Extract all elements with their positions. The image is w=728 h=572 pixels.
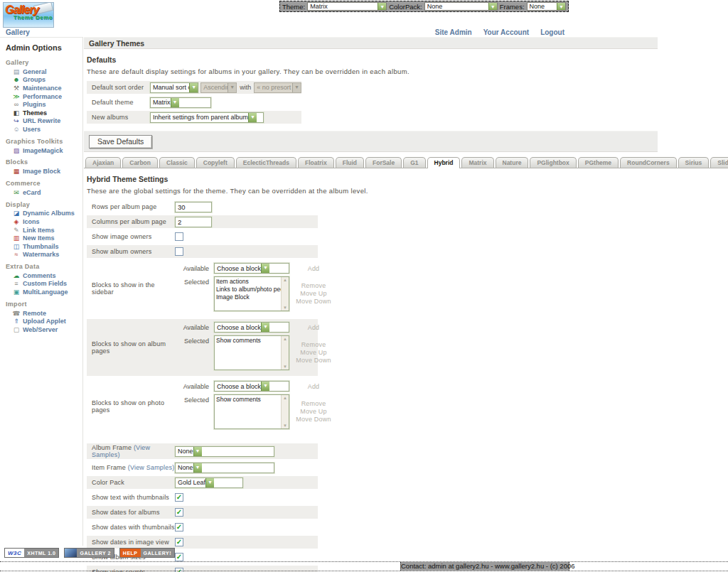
tab-matrix[interactable]: Matrix [461,157,493,168]
sidebar-item-imagemagick[interactable]: ▨ImageMagick [6,146,82,155]
view-samples-link[interactable]: (View Samples) [128,464,175,471]
sidebar-item-custom-fields[interactable]: ≡Custom Fields [6,280,82,288]
move-up-action[interactable]: Move Up [289,408,338,416]
sidebar-item-url-rewrite[interactable]: ↪URL Rewrite [6,117,82,126]
blocks-to-show-on-photo-pages-available-select[interactable]: Choose a block▼ [214,381,289,392]
tab-ajaxian[interactable]: Ajaxian [85,157,121,168]
default-theme-select[interactable]: Matrix ▼ [150,97,211,108]
tab-slider[interactable]: Slider [710,157,728,168]
tab-pgtheme[interactable]: PGtheme [578,157,619,168]
header-link-your-account[interactable]: Your Account [483,28,529,36]
remove-action[interactable]: Remove [289,341,338,349]
breadcrumb[interactable]: Gallery [6,28,30,36]
blocks-to-show-on-photo-pages-selected-list[interactable]: Show comments▲▼ [214,394,289,429]
tab-pglightbox[interactable]: PGlightbox [530,157,576,168]
scroll-down-icon[interactable]: ▼ [283,423,287,428]
add-action[interactable]: Add [289,263,338,272]
rows-per-album-page-input[interactable] [175,202,212,212]
remove-action[interactable]: Remove [289,282,338,290]
list-item[interactable]: Show comments [216,396,280,404]
sidebar-item-ecard[interactable]: ✉eCard [6,188,82,197]
sidebar-item-new-items[interactable]: ▥New Items [6,234,82,242]
gallery2-badge[interactable]: GALLERY 2 [64,548,114,558]
sidebar-item-maintenance[interactable]: ⚒Maintenance [6,84,82,92]
remove-action[interactable]: Remove [289,400,338,408]
sidebar-item-general[interactable]: ▤General [6,68,82,76]
blocks-to-show-in-the-sidebar-available-select[interactable]: Choose a block▼ [214,263,289,274]
sidebar-item-multilanguage[interactable]: ▣MultiLanguage [6,288,82,296]
tab-fluid[interactable]: Fluid [336,157,364,168]
gallery-logo[interactable]: Gallery Theme Demo [3,2,54,28]
tab-sirius[interactable]: Sirius [678,157,710,168]
show-dates-for-albums-checkbox[interactable]: ✓ [175,508,183,517]
list-item[interactable]: Item actions [216,278,280,286]
move-down-action[interactable]: Move Down [289,416,338,423]
show-dates-with-thumbnails-checkbox[interactable]: ✓ [175,523,183,531]
theme-select[interactable]: Matrix ▼ [307,2,387,11]
tab-copyleft[interactable]: Copyleft [196,157,235,168]
scroll-down-icon[interactable]: ▼ [283,306,287,310]
add-action[interactable]: Add [289,322,338,331]
columns-per-album-page-input[interactable] [175,217,212,227]
show-image-owners-checkbox[interactable] [175,232,183,241]
sidebar-item-link-items[interactable]: ✎Link Items [6,226,82,234]
list-scrollbar[interactable]: ▲▼ [281,277,289,311]
move-up-action[interactable]: Move Up [289,349,338,357]
move-down-action[interactable]: Move Down [289,298,338,306]
sidebar-item-comments[interactable]: ☁Comments [6,271,82,280]
xhtml-badge[interactable]: W3CXHTML 1.0 [4,548,59,558]
help-badge[interactable]: HELPGALLERY! [119,548,175,558]
sidebar-item-plugins[interactable]: ∞Plugins [6,100,82,109]
tab-classic[interactable]: Classic [159,157,195,168]
move-down-action[interactable]: Move Down [289,357,338,365]
new-albums-select[interactable]: Inherit settings from parent album ▼ [150,112,264,123]
sidebar-item-watermarks[interactable]: ≈Watermarks [6,251,82,259]
item-frame-select[interactable]: None▼ [175,463,274,473]
album-frame-select[interactable]: None▼ [175,446,274,457]
show-text-with-thumbnails-checkbox[interactable]: ✓ [175,493,183,502]
tab-forsale[interactable]: ForSale [365,157,402,168]
scroll-up-icon[interactable]: ▲ [283,337,287,341]
sidebar-item-icons[interactable]: ◈Icons [6,217,82,226]
sidebar-item-groups[interactable]: ☻Groups [6,76,82,85]
sidebar-item-performance[interactable]: ≫Performance [6,92,82,101]
header-link-logout[interactable]: Logout [540,28,564,36]
colorpack-select[interactable]: None ▼ [424,2,498,11]
tab-hybrid[interactable]: Hybrid [427,157,461,168]
tab-roundcorners[interactable]: RoundCorners [620,157,677,168]
sidebar-item-dynamic-albums[interactable]: ◪Dynamic Albums [6,210,82,218]
sidebar-item-upload-applet[interactable]: ⇑Upload Applet [6,317,82,325]
show-dates-in-image-view-checkbox[interactable]: ✓ [175,538,183,546]
header-link-site-admin[interactable]: Site Admin [435,28,472,36]
list-item[interactable]: Links to album/photo peers [216,286,280,293]
list-scrollbar[interactable]: ▲▼ [281,395,289,428]
sidebar-item-users[interactable]: ☺Users [6,125,82,134]
frames-select[interactable]: None ▼ [527,2,566,11]
blocks-to-show-on-album-pages-selected-list[interactable]: Show comments▲▼ [214,335,289,370]
tab-eclecticthreads[interactable]: EclecticThreads [236,157,296,168]
show-album-sizes-checkbox[interactable]: ✓ [175,553,183,561]
tab-nature[interactable]: Nature [496,157,529,168]
list-scrollbar[interactable]: ▲▼ [281,336,289,369]
scroll-up-icon[interactable]: ▲ [283,396,287,400]
save-defaults-button[interactable]: Save Defaults [89,135,152,149]
blocks-to-show-on-album-pages-available-select[interactable]: Choose a block▼ [214,322,289,333]
view-samples-link[interactable]: (View Samples) [92,444,150,458]
sidebar-item-web-server[interactable]: ▢Web/Server [6,325,82,334]
scroll-down-icon[interactable]: ▼ [283,365,287,369]
list-item[interactable]: Image Block [216,293,280,301]
list-item[interactable]: Show comments [216,337,280,345]
sidebar-item-thumbnails[interactable]: ◫Thumbnails [6,242,82,251]
sidebar-item-image-block[interactable]: ▦Image Block [6,167,82,176]
add-action[interactable]: Add [289,381,338,390]
scroll-up-icon[interactable]: ▲ [283,278,287,282]
blocks-to-show-in-the-sidebar-selected-list[interactable]: Item actionsLinks to album/photo peersIm… [214,276,289,311]
tab-floatrix[interactable]: Floatrix [298,157,334,168]
move-up-action[interactable]: Move Up [289,290,338,298]
color-pack-select[interactable]: Gold Leaf▼ [175,477,243,488]
sidebar-item-themes[interactable]: ◧Themes [6,109,82,117]
default-sort-order-select[interactable]: Manual sort order ▼ [150,82,198,93]
show-album-owners-checkbox[interactable] [175,247,183,256]
tab-carbon[interactable]: Carbon [122,157,158,168]
sidebar-item-remote[interactable]: ☎Remote [6,309,82,318]
